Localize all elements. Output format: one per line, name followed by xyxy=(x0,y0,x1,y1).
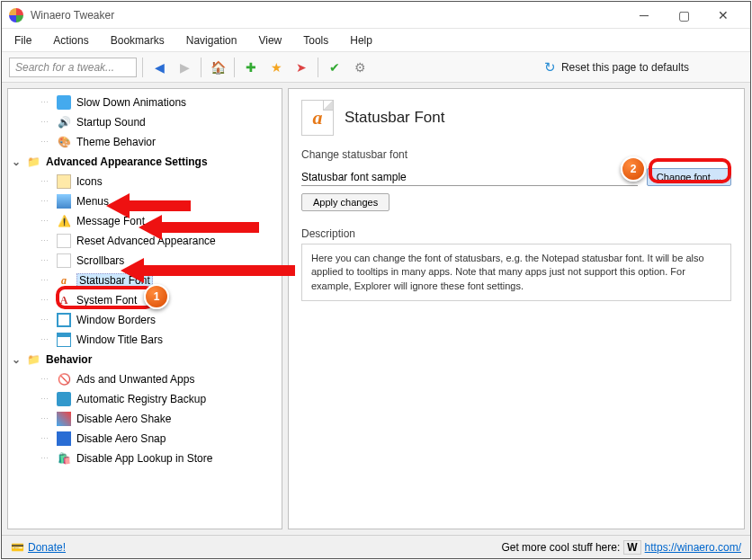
shake-icon xyxy=(57,412,71,426)
separator xyxy=(201,58,201,77)
menu-view[interactable]: View xyxy=(249,31,291,50)
tree-line: ⋯ xyxy=(40,256,48,265)
tree-line: ⋯ xyxy=(40,296,48,305)
chevron-down-icon[interactable]: ⌄ xyxy=(12,156,21,168)
search-input[interactable]: Search for a tweak... xyxy=(9,58,137,77)
tree-item[interactable]: ⋯🔊Startup Sound xyxy=(8,112,282,132)
tree-line: ⋯ xyxy=(40,335,48,344)
tree-item[interactable]: ⋯Slow Down Animations xyxy=(8,93,282,112)
tree-line: ⋯ xyxy=(40,197,48,206)
home-button[interactable]: 🏠 xyxy=(207,57,228,78)
tree-group-advanced[interactable]: ⌄ 📁 Advanced Appearance Settings xyxy=(8,152,282,172)
change-font-button[interactable]: Change font ... xyxy=(647,168,731,186)
tree-item[interactable]: ⋯Disable Aero Snap xyxy=(8,429,282,449)
website-link[interactable]: https://winaero.com/ xyxy=(645,541,741,554)
film-icon xyxy=(57,95,71,110)
back-button[interactable]: ◀ xyxy=(148,57,170,78)
tree-group-behavior[interactable]: ⌄ 📁 Behavior xyxy=(8,350,282,369)
folder-icon: 📁 xyxy=(26,155,40,169)
font-A-icon: A xyxy=(57,293,71,307)
forward-button[interactable]: ▶ xyxy=(174,57,195,78)
font-sample: Statusbar font sample xyxy=(301,169,638,186)
apply-changes-button[interactable]: Apply changes xyxy=(301,193,389,211)
group-label: Advanced Appearance Settings xyxy=(46,156,208,168)
donate-icon: 💳 xyxy=(11,541,24,554)
tree-line: ⋯ xyxy=(40,454,48,463)
tree-item-message-font[interactable]: ⋯⚠️Message Font xyxy=(8,211,282,231)
palette-icon: 🎨 xyxy=(57,135,71,149)
description-section: Description Here you can change the font… xyxy=(301,227,731,301)
tree-item-icons[interactable]: ⋯Icons xyxy=(8,172,282,191)
tree-line: ⋯ xyxy=(40,395,48,404)
item-label: Window Borders xyxy=(76,314,156,326)
tree-item[interactable]: ⋯🛍️Disable App Lookup in Store xyxy=(8,449,282,468)
tree-line: ⋯ xyxy=(40,316,48,324)
warning-icon: ⚠️ xyxy=(57,214,71,228)
font-a-icon: a xyxy=(57,273,71,288)
statusbar: 💳 Donate! Get more cool stuff here: W ht… xyxy=(2,535,750,558)
reset-label: Reset this page to defaults xyxy=(561,61,689,74)
blank-icon xyxy=(57,234,71,248)
menubar: File Actions Bookmarks Navigation View T… xyxy=(2,29,750,52)
speaker-icon: 🔊 xyxy=(57,115,71,129)
status-text: Get more cool stuff here: xyxy=(501,541,620,554)
item-label: Startup Sound xyxy=(76,116,146,129)
tree-item[interactable]: ⋯Automatic Registry Backup xyxy=(8,389,282,409)
item-label: Disable Aero Shake xyxy=(76,413,171,425)
page-icon xyxy=(57,174,71,189)
reset-page-link[interactable]: ↻ Reset this page to defaults xyxy=(544,59,689,76)
sidebar-tree[interactable]: ⋯Slow Down Animations ⋯🔊Startup Sound ⋯🎨… xyxy=(7,88,282,529)
tree-line: ⋯ xyxy=(40,414,48,423)
tree-item[interactable]: ⋯Disable Aero Shake xyxy=(8,409,282,429)
menu-actions[interactable]: Actions xyxy=(44,31,97,50)
content-body: ⋯Slow Down Animations ⋯🔊Startup Sound ⋯🎨… xyxy=(2,83,750,535)
separator xyxy=(318,58,318,77)
tree-item-reset[interactable]: ⋯Reset Advanced Appearance xyxy=(8,231,282,251)
minimize-button[interactable]: ─ xyxy=(624,3,664,28)
tree-line: ⋯ xyxy=(40,375,48,384)
item-label: Slow Down Animations xyxy=(76,96,186,109)
favorite-button[interactable]: ★ xyxy=(265,57,287,78)
menu-tools[interactable]: Tools xyxy=(294,31,337,50)
page-title: Statusbar Font xyxy=(345,109,445,127)
noads-icon: 🚫 xyxy=(57,372,71,387)
menu-file[interactable]: File xyxy=(5,31,40,50)
tree-line: ⋯ xyxy=(40,276,48,285)
maximize-button[interactable]: ▢ xyxy=(664,3,703,28)
bookmark-button[interactable]: ➤ xyxy=(291,57,312,78)
item-label: Window Title Bars xyxy=(76,333,163,346)
chevron-down-icon[interactable]: ⌄ xyxy=(12,353,21,366)
apply-button[interactable]: ✔ xyxy=(324,57,345,78)
item-label: Disable App Lookup in Store xyxy=(76,452,212,465)
donate-link[interactable]: Donate! xyxy=(28,541,66,554)
tree-item[interactable]: ⋯🚫Ads and Unwanted Apps xyxy=(8,369,282,389)
tree-item-title-bars[interactable]: ⋯Window Title Bars xyxy=(8,330,282,350)
blank-icon xyxy=(57,253,71,268)
tree-item-scrollbars[interactable]: ⋯Scrollbars xyxy=(8,251,282,271)
item-label: Menus xyxy=(76,195,109,208)
tree-line: ⋯ xyxy=(40,217,48,226)
store-icon: 🛍️ xyxy=(57,451,71,466)
folder-icon: 📁 xyxy=(26,352,40,367)
tree-item[interactable]: ⋯🎨Theme Behavior xyxy=(8,132,282,152)
status-right: Get more cool stuff here: W https://wina… xyxy=(501,540,741,555)
tree-item-menus[interactable]: ⋯Menus xyxy=(8,191,282,211)
tree-item-system-font[interactable]: ⋯ASystem Font xyxy=(8,290,282,310)
tree-item-window-borders[interactable]: ⋯Window Borders xyxy=(8,310,282,330)
menu-help[interactable]: Help xyxy=(341,31,381,50)
item-label: Disable Aero Snap xyxy=(76,432,166,445)
settings-button[interactable]: ⚙ xyxy=(349,57,371,78)
tree-item-statusbar-font[interactable]: ⋯aStatusbar Font xyxy=(8,271,282,290)
item-label: Message Font xyxy=(76,215,145,227)
description-label: Description xyxy=(301,227,731,240)
item-label: System Font xyxy=(76,294,137,307)
menu-bookmarks[interactable]: Bookmarks xyxy=(102,31,174,50)
add-bookmark-button[interactable]: ✚ xyxy=(240,57,262,78)
separator xyxy=(142,58,143,77)
item-label: Ads and Unwanted Apps xyxy=(76,373,194,386)
tree-line: ⋯ xyxy=(40,434,48,443)
registry-icon xyxy=(57,392,71,406)
toolbar: Search for a tweak... ◀ ▶ 🏠 ✚ ★ ➤ ✔ ⚙ ↻ … xyxy=(2,52,750,83)
close-button[interactable]: ✕ xyxy=(703,3,743,28)
menu-navigation[interactable]: Navigation xyxy=(177,31,246,50)
